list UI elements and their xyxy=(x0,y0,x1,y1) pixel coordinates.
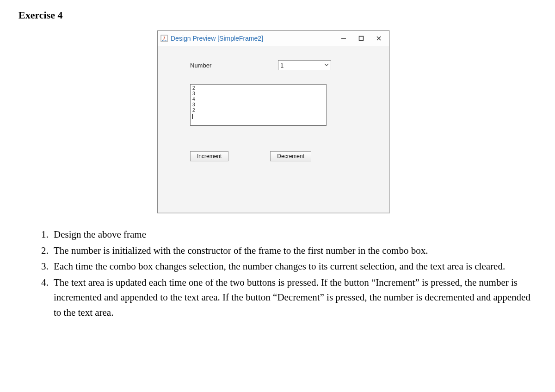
instruction-list: Design the above frame The number is ini… xyxy=(18,227,536,320)
screenshot-frame: Design Preview [SimpleFrame2] Number 1 xyxy=(157,31,536,213)
close-icon[interactable] xyxy=(375,35,382,42)
minimize-icon[interactable] xyxy=(340,35,347,42)
textarea-content: 2 3 4 3 2 xyxy=(192,86,195,113)
instruction-item: The text area is updated each time one o… xyxy=(51,275,536,320)
number-combo[interactable]: 1 xyxy=(278,60,331,70)
combo-selected-value: 1 xyxy=(280,62,284,69)
text-caret xyxy=(192,114,193,119)
instruction-item: Each time the combo box changes selectio… xyxy=(51,259,536,274)
chevron-down-icon xyxy=(324,62,329,68)
instruction-item: Design the above frame xyxy=(51,227,536,242)
window-controls xyxy=(340,35,386,42)
titlebar: Design Preview [SimpleFrame2] xyxy=(158,31,389,46)
window-title: Design Preview [SimpleFrame2] xyxy=(171,35,263,42)
svg-rect-2 xyxy=(359,37,364,41)
app-window: Design Preview [SimpleFrame2] Number 1 xyxy=(157,31,389,213)
java-app-icon xyxy=(160,35,168,42)
instruction-item: The number is initialized with the const… xyxy=(51,243,536,258)
increment-button[interactable]: Increment xyxy=(190,151,228,161)
window-client-area: Number 1 2 3 4 3 2 Increment Decrement xyxy=(158,46,389,213)
exercise-heading: Exercise 4 xyxy=(18,9,536,21)
maximize-icon[interactable] xyxy=(358,35,365,42)
output-textarea[interactable]: 2 3 4 3 2 xyxy=(190,84,327,126)
decrement-button[interactable]: Decrement xyxy=(270,151,311,161)
number-label: Number xyxy=(176,62,259,69)
